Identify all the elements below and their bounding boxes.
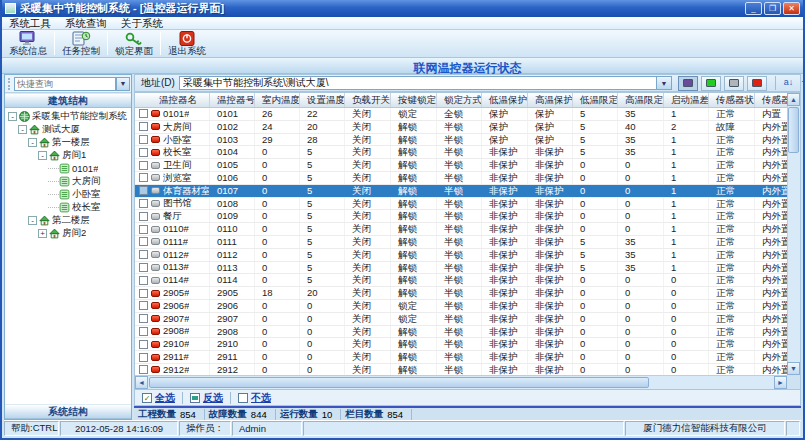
sidebar-bottom-header[interactable]: 系统结构	[5, 404, 131, 419]
tree-expander[interactable]: -	[28, 138, 37, 147]
table-row[interactable]: 2906#290600关闭锁定半锁非保护非保护000正常内外置	[135, 300, 787, 313]
tree-expander[interactable]: -	[18, 125, 27, 134]
status-filter-all-button[interactable]	[678, 76, 698, 91]
scroll-up-icon[interactable]: ▲	[787, 93, 800, 106]
row-checkbox[interactable]	[139, 237, 148, 246]
column-header[interactable]: 传感器状态	[709, 93, 755, 108]
row-checkbox[interactable]	[139, 289, 148, 298]
tree-item[interactable]: 大房间	[5, 175, 131, 188]
column-header[interactable]: 高温限定	[618, 93, 664, 108]
row-checkbox[interactable]	[139, 225, 148, 234]
column-header[interactable]: 温控器号	[210, 93, 255, 108]
horizontal-scrollbar[interactable]	[135, 375, 787, 389]
menu-item[interactable]: 系统查询	[58, 17, 114, 30]
column-header[interactable]: 负载开关	[345, 93, 391, 108]
status-filter-fault-button[interactable]	[747, 76, 767, 91]
row-checkbox[interactable]	[139, 135, 148, 144]
table-row[interactable]: 卫生间010505关闭解锁半锁非保护非保护001正常内外置	[135, 159, 787, 172]
row-checkbox[interactable]	[139, 186, 148, 195]
table-row[interactable]: 2912#291200关闭解锁半锁非保护非保护000正常内外置	[135, 364, 787, 375]
table-row[interactable]: 校长室010405关闭解锁半锁非保护非保护5351正常内外置	[135, 146, 787, 159]
row-checkbox[interactable]	[139, 109, 148, 118]
horizontal-scrollbar-thumb[interactable]	[149, 377, 649, 388]
vertical-scrollbar[interactable]	[787, 93, 800, 375]
tree-item[interactable]: +房间2	[5, 227, 131, 240]
toolbar-button[interactable]: 退出系统	[163, 30, 211, 57]
table-row[interactable]: 0111#011105关闭解锁半锁非保护非保护5351正常内外置	[135, 236, 787, 249]
tree-item[interactable]: -测试大厦	[5, 123, 131, 136]
column-header[interactable]: 传感器类型	[755, 93, 787, 108]
tree-item[interactable]: -房间1	[5, 149, 131, 162]
chevron-down-icon[interactable]: ▼	[116, 77, 130, 91]
row-checkbox[interactable]	[139, 250, 148, 259]
column-header[interactable]: 高温保护	[528, 93, 573, 108]
table-row[interactable]: 体育器材室010705关闭解锁半锁非保护非保护001正常内外置	[135, 185, 787, 198]
column-header[interactable]: 设置温度	[300, 93, 345, 108]
column-header[interactable]: 室内温度	[255, 93, 300, 108]
row-checkbox[interactable]	[139, 199, 148, 208]
toolbar-button[interactable]: 锁定界面	[110, 30, 158, 57]
scroll-right-icon[interactable]: ►	[774, 376, 787, 389]
table-row[interactable]: 0113#011305关闭解锁半锁非保护非保护5351正常内外置	[135, 262, 787, 275]
table-row[interactable]: 0112#011205关闭解锁半锁非保护非保护5351正常内外置	[135, 249, 787, 262]
column-header[interactable]: 低温限定	[573, 93, 618, 108]
row-checkbox[interactable]	[139, 365, 148, 374]
select-option[interactable]: ✓全选	[142, 391, 175, 405]
row-checkbox[interactable]	[139, 212, 148, 221]
quick-query-input[interactable]	[14, 77, 116, 91]
tree-expander[interactable]: -	[38, 151, 47, 160]
close-button[interactable]: ✕	[783, 2, 800, 15]
minimize-button[interactable]: _	[745, 2, 762, 15]
tree-item[interactable]: -采暖集中节能控制系统	[5, 110, 131, 123]
row-checkbox[interactable]	[139, 148, 148, 157]
tree-expander[interactable]: -	[8, 112, 17, 121]
toolbar-grip[interactable]	[8, 78, 12, 90]
table-row[interactable]: 2907#290700关闭锁定半锁非保护非保护000正常内外置	[135, 313, 787, 326]
multi-select-icon[interactable]: ⁘	[797, 76, 805, 90]
table-row[interactable]: 浏览室010605关闭解锁半锁非保护非保护001正常内外置	[135, 172, 787, 185]
row-checkbox[interactable]	[139, 276, 148, 285]
row-checkbox[interactable]	[139, 301, 148, 310]
table-row[interactable]: 餐厅010905关闭解锁半锁非保护非保护001正常内外置	[135, 210, 787, 223]
tree-item[interactable]: -第二楼层	[5, 214, 131, 227]
row-checkbox[interactable]	[139, 314, 148, 323]
column-header[interactable]: 按键锁定	[391, 93, 437, 108]
column-header[interactable]: 温控器名	[135, 93, 210, 108]
row-checkbox[interactable]	[139, 173, 148, 182]
row-checkbox[interactable]	[139, 122, 148, 131]
tree-expander[interactable]: -	[28, 216, 37, 225]
restore-button[interactable]: ❐	[764, 2, 781, 15]
row-checkbox[interactable]	[139, 327, 148, 336]
status-filter-offline-button[interactable]	[724, 76, 744, 91]
tree-item[interactable]: 校长室	[5, 201, 131, 214]
tree-item[interactable]: 0101#	[5, 162, 131, 175]
menu-item[interactable]: 系统工具	[2, 17, 58, 30]
address-input[interactable]	[179, 76, 657, 90]
tree-expander[interactable]: +	[38, 229, 47, 238]
table-row[interactable]: 小卧室01032928关闭解锁半锁保护保护5351正常内外置	[135, 134, 787, 147]
table-row[interactable]: 0114#011405关闭解锁半锁非保护非保护000正常内外置	[135, 274, 787, 287]
table-row[interactable]: 0101#01012622关闭锁定全锁保护保护5351正常内置	[135, 108, 787, 121]
table-row[interactable]: 大房间01022420关闭解锁半锁保护保护5402故障内外置	[135, 121, 787, 134]
address-dropdown-icon[interactable]: ▼	[657, 76, 672, 90]
select-option[interactable]: 反选	[190, 391, 223, 405]
table-row[interactable]: 2905#29051820关闭解锁半锁非保护非保护000正常内外置	[135, 287, 787, 300]
menu-item[interactable]: 关于系统	[114, 17, 170, 30]
table-row[interactable]: 0110#011005关闭解锁半锁非保护非保护001正常内外置	[135, 223, 787, 236]
tree-item[interactable]: -第一楼层	[5, 136, 131, 149]
row-checkbox[interactable]	[139, 353, 148, 362]
table-row[interactable]: 2910#291000关闭解锁半锁非保护非保护000正常内外置	[135, 338, 787, 351]
scroll-down-icon[interactable]: ▼	[787, 362, 800, 375]
table-row[interactable]: 2908#290800关闭解锁半锁非保护非保护000正常内外置	[135, 326, 787, 339]
row-checkbox[interactable]	[139, 161, 148, 170]
column-header[interactable]: 锁定方式	[437, 93, 482, 108]
toolbar-button[interactable]: 系统信息	[4, 30, 52, 57]
tree-item[interactable]: 小卧室	[5, 188, 131, 201]
table-row[interactable]: 图书馆010805关闭解锁半锁非保护非保护001正常内外置	[135, 198, 787, 211]
status-filter-running-button[interactable]	[701, 76, 721, 91]
toolbar-button[interactable]: 任务控制	[57, 30, 105, 57]
column-header[interactable]: 低温保护	[482, 93, 528, 108]
row-checkbox[interactable]	[139, 340, 148, 349]
select-option[interactable]: 不选	[238, 391, 271, 405]
vertical-scrollbar-thumb[interactable]	[788, 107, 799, 153]
